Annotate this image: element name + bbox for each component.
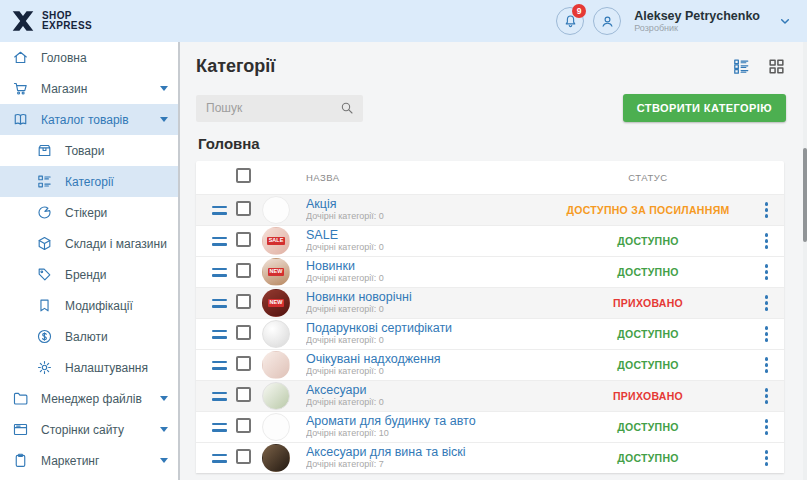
row-menu-button[interactable]	[759, 198, 775, 222]
table-row: Аксесуари Дочірні категорії: 0 ПРИХОВАНО	[196, 380, 784, 411]
cart-icon	[12, 80, 30, 98]
caret-down-icon	[160, 117, 168, 122]
row-menu-button[interactable]	[759, 415, 775, 439]
search-box	[196, 95, 363, 122]
notifications-button[interactable]: 9	[556, 7, 584, 35]
sidebar-item-home[interactable]: Головна	[0, 42, 178, 73]
row-checkbox[interactable]	[236, 201, 251, 216]
sidebar-item-marketing[interactable]: Маркетинг	[0, 445, 178, 476]
sidebar-item-catalog[interactable]: Каталог товарів	[0, 104, 178, 135]
row-checkbox[interactable]	[236, 356, 251, 371]
book-icon	[12, 111, 30, 129]
row-menu-button[interactable]	[759, 260, 775, 284]
drag-handle-icon[interactable]	[212, 299, 227, 308]
table-row: Акція Дочірні категорії: 0 ДОСТУПНО ЗА П…	[196, 194, 784, 225]
children-count-label: Дочірні категорії: 0	[306, 273, 558, 284]
row-checkbox[interactable]	[236, 325, 251, 340]
thumbnail-tag: NEW	[268, 299, 285, 307]
children-count-label: Дочірні категорії: 10	[306, 428, 558, 439]
status-badge: ДОСТУПНО	[558, 235, 738, 247]
category-name-link[interactable]: Новинки	[306, 260, 558, 273]
drag-handle-icon[interactable]	[212, 454, 227, 463]
window-icon	[12, 421, 30, 439]
category-thumbnail	[262, 351, 290, 379]
create-category-button[interactable]: СТВОРИТИ КАТЕГОРІЮ	[623, 94, 786, 122]
notification-badge: 9	[572, 4, 586, 18]
category-name-link[interactable]: Аксесуари	[306, 384, 558, 397]
search-input[interactable]	[196, 95, 363, 122]
row-menu-button[interactable]	[759, 291, 775, 315]
status-badge: ПРИХОВАНО	[558, 390, 738, 402]
user-role: Розробник	[634, 23, 760, 34]
drag-handle-icon[interactable]	[212, 268, 227, 277]
row-checkbox[interactable]	[236, 449, 251, 464]
category-name-link[interactable]: Акція	[306, 198, 558, 211]
select-all-checkbox[interactable]	[236, 168, 251, 183]
user-avatar[interactable]	[593, 7, 621, 35]
brand-logo: SHOPEXPRESS	[10, 8, 92, 34]
row-checkbox[interactable]	[236, 232, 251, 247]
sidebar-item-mods[interactable]: Модифікації	[0, 290, 178, 321]
scrollbar-thumb[interactable]	[803, 148, 807, 242]
user-menu-chevron-icon[interactable]	[777, 13, 793, 29]
drag-handle-icon[interactable]	[212, 330, 227, 339]
children-count-label: Дочірні категорії: 0	[306, 335, 558, 346]
category-name-link[interactable]: Подарункові сертифікати	[306, 322, 558, 335]
scrollbar-track[interactable]	[803, 42, 807, 480]
drag-handle-icon[interactable]	[212, 206, 227, 215]
sidebar-item-brands[interactable]: Бренди	[0, 259, 178, 290]
bookmark-icon	[36, 297, 54, 315]
sidebar-item-currencies[interactable]: Валюти	[0, 321, 178, 352]
category-name-link[interactable]: Аромати для будинку та авто	[306, 415, 558, 428]
children-count-label: Дочірні категорії: 0	[306, 304, 558, 315]
category-name-link[interactable]: Аксесуари для вина та віскі	[306, 446, 558, 459]
sidebar-item-shop[interactable]: Магазин	[0, 73, 178, 104]
row-menu-button[interactable]	[759, 353, 775, 377]
thumbnail-tag: NEW	[268, 268, 285, 276]
caret-down-icon	[160, 458, 168, 463]
drag-handle-icon[interactable]	[212, 361, 227, 370]
status-badge: ДОСТУПНО ЗА ПОСИЛАННЯМ	[558, 204, 738, 216]
grid-view-icon[interactable]	[767, 57, 786, 76]
row-menu-button[interactable]	[759, 384, 775, 408]
topbar: SHOPEXPRESS 9 Aleksey Petrychenko Розроб…	[0, 0, 807, 42]
sidebar-item-files[interactable]: Менеджер файлів	[0, 383, 178, 414]
row-menu-button[interactable]	[759, 229, 775, 253]
thumbnail-tag: SALE	[267, 237, 286, 245]
sidebar-item-pages[interactable]: Сторінки сайту	[0, 414, 178, 445]
row-checkbox[interactable]	[236, 387, 251, 402]
category-thumbnail	[262, 382, 290, 410]
children-count-label: Дочірні категорії: 0	[306, 397, 558, 408]
category-thumbnail	[262, 444, 290, 472]
row-checkbox[interactable]	[236, 294, 251, 309]
children-count-label: Дочірні категорії: 0	[306, 211, 558, 222]
sidebar-item-products[interactable]: Товари	[0, 135, 178, 166]
category-name-link[interactable]: Очікувані надходження	[306, 353, 558, 366]
row-checkbox[interactable]	[236, 263, 251, 278]
user-info: Aleksey Petrychenko Розробник	[634, 9, 760, 34]
row-menu-button[interactable]	[759, 446, 775, 470]
list-view-icon[interactable]	[732, 57, 751, 76]
status-badge: ДОСТУПНО	[558, 328, 738, 340]
clipboard-icon	[12, 452, 30, 470]
sidebar-item-warehouses[interactable]: Склади і магазини	[0, 228, 178, 259]
drag-handle-icon[interactable]	[212, 423, 227, 432]
sidebar-item-categories[interactable]: Категорії	[0, 166, 178, 197]
column-header-name: НАЗВА	[306, 172, 558, 183]
user-name: Aleksey Petrychenko	[634, 9, 760, 23]
row-checkbox[interactable]	[236, 418, 251, 433]
dollar-icon	[36, 328, 54, 346]
gear-icon	[36, 359, 54, 377]
section-title: Головна	[198, 135, 786, 152]
page-title: Категорії	[196, 56, 275, 77]
category-thumbnail	[262, 413, 290, 441]
sidebar-item-stickers[interactable]: Стікери	[0, 197, 178, 228]
children-count-label: Дочірні категорії: 0	[306, 366, 558, 377]
table-row: Очікувані надходження Дочірні категорії:…	[196, 349, 784, 380]
drag-handle-icon[interactable]	[212, 392, 227, 401]
category-name-link[interactable]: SALE	[306, 229, 558, 242]
row-menu-button[interactable]	[759, 322, 775, 346]
category-name-link[interactable]: Новинки новорічні	[306, 291, 558, 304]
sidebar-item-settings[interactable]: Налаштування	[0, 352, 178, 383]
drag-handle-icon[interactable]	[212, 237, 227, 246]
